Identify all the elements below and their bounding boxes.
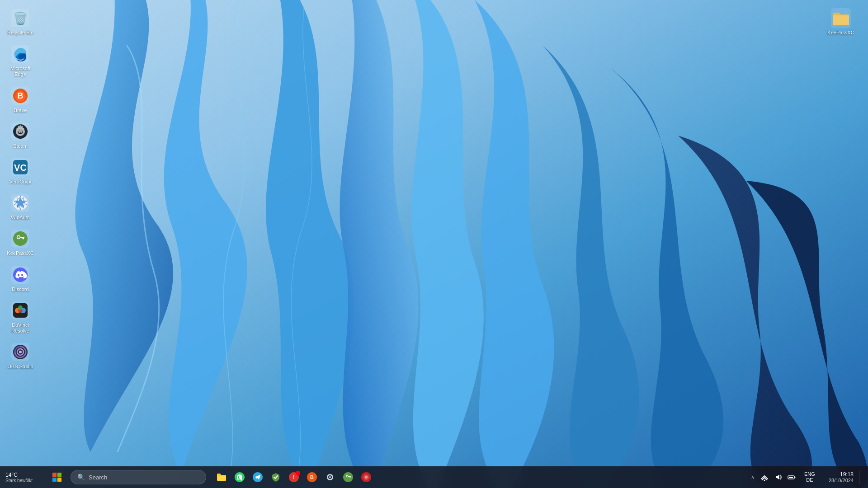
svg-text:B: B	[18, 91, 24, 100]
file-explorer-icon	[216, 472, 227, 483]
steam-taskbar-icon	[325, 472, 335, 483]
svg-point-54	[347, 476, 348, 477]
svg-rect-63	[789, 477, 793, 478]
svg-text:VC: VC	[14, 163, 27, 173]
red-app-icon	[361, 472, 372, 483]
desktop-icon-davinci[interactable]: DaVinci Resolve	[2, 297, 38, 338]
keepassxc-folder-icon	[831, 8, 851, 28]
svg-rect-56	[350, 477, 351, 478]
svg-point-20	[18, 236, 20, 239]
veracrypt-app-icon: VC	[10, 157, 30, 177]
obs-studio-icon	[10, 342, 30, 362]
desktop-icon-obs[interactable]: OBS Studio	[2, 338, 38, 373]
system-clock[interactable]: 19:18 28/10/2024	[825, 469, 857, 485]
weather-description: Stark bewölkt	[5, 478, 33, 483]
language-indicator[interactable]: ENG DE	[802, 470, 818, 484]
recycle-bin-label: Recycle Bin	[7, 30, 33, 36]
taskbar-steam[interactable]	[322, 469, 338, 485]
clock-time: 19:18	[840, 471, 854, 478]
taskbar-search-bar[interactable]: 🔍 Search	[71, 470, 206, 484]
davinci-label: DaVinci Resolve	[4, 322, 37, 334]
battery-icon	[788, 473, 796, 481]
taskbar: 14°C Stark bewölkt 🔍 Search	[0, 466, 868, 488]
steam-label: Steam	[13, 143, 28, 149]
svg-rect-23	[22, 238, 23, 239]
taskbar-whatsapp[interactable]	[231, 469, 248, 485]
shield-app-icon	[270, 472, 281, 483]
davinci-resolve-icon	[10, 300, 30, 320]
taskbar-app-shield[interactable]	[268, 469, 284, 485]
svg-rect-41	[57, 478, 61, 482]
show-desktop-button[interactable]	[859, 470, 863, 484]
volume-icon	[774, 473, 782, 481]
recycle-bin-icon: 🗑️	[10, 8, 30, 28]
svg-text:!: !	[293, 474, 295, 480]
whatsapp-icon	[234, 472, 245, 483]
keepassxc-app-icon	[10, 229, 30, 249]
taskbar-red-app[interactable]	[358, 469, 374, 485]
search-placeholder-text: Search	[89, 474, 107, 481]
clock-date: 28/10/2024	[829, 478, 854, 483]
desktop-icon-keepassxc[interactable]: KeePassXC	[2, 225, 38, 260]
svg-point-61	[764, 480, 765, 481]
taskbar-keepass[interactable]	[340, 469, 356, 485]
obs-label: OBS Studio	[7, 364, 33, 370]
taskbar-telegram[interactable]	[250, 469, 266, 485]
svg-rect-21	[20, 237, 24, 238]
edge-icon	[10, 44, 30, 64]
start-button[interactable]	[49, 469, 65, 485]
weather-temperature: 14°C	[5, 472, 18, 478]
taskbar-pinned-icons: ! B	[213, 469, 374, 485]
show-hidden-icons-button[interactable]: ∧	[749, 473, 756, 482]
taskbar-file-explorer[interactable]	[213, 469, 230, 485]
network-icon	[760, 473, 769, 481]
desktop-icon-column: 🗑️ Recycle Bin Microsoft Edge B	[0, 0, 41, 379]
keepassxc-folder-label: KeePassXC	[827, 30, 854, 36]
veracrypt-label: VeraCrypt	[9, 179, 32, 185]
svg-rect-57	[349, 477, 350, 478]
desktop-icon-edge[interactable]: Microsoft Edge	[2, 40, 38, 81]
desktop-icon-topright-keepassxc[interactable]: KeePassXC	[823, 5, 859, 39]
keepass-taskbar-icon	[343, 472, 354, 483]
desktop-icon-veracrypt[interactable]: VC VeraCrypt	[2, 154, 38, 188]
svg-text:🗑️: 🗑️	[13, 11, 28, 26]
svg-point-31	[18, 305, 23, 310]
steam-app-icon	[10, 122, 30, 141]
weather-widget[interactable]: 14°C Stark bewölkt	[5, 472, 42, 483]
wallpaper-bloom	[0, 0, 868, 488]
language-code: ENG	[804, 471, 815, 477]
desktop-icon-recycle-bin[interactable]: 🗑️ Recycle Bin	[2, 5, 38, 39]
desktop-icon-discord[interactable]: Discord	[2, 261, 38, 296]
desktop-icon-brave[interactable]: B Brave	[2, 82, 38, 117]
desktop-wallpaper	[0, 0, 868, 488]
winauth-app-icon	[10, 193, 30, 213]
search-icon: 🔍	[77, 474, 85, 481]
svg-rect-55	[348, 476, 351, 477]
svg-rect-40	[52, 478, 57, 482]
desktop-icon-steam[interactable]: Steam	[2, 118, 38, 153]
windows-logo-icon	[52, 473, 61, 482]
svg-rect-38	[52, 473, 57, 477]
keepassxc-label: KeePassXC	[7, 250, 33, 256]
discord-app-icon	[10, 265, 30, 285]
svg-rect-39	[57, 473, 61, 477]
telegram-icon	[252, 472, 263, 483]
svg-rect-22	[23, 238, 24, 239]
tray-battery-icon[interactable]	[785, 471, 798, 483]
desktop-icon-winauth[interactable]: WinAuth	[2, 189, 38, 224]
winauth-label: WinAuth	[11, 215, 30, 221]
keyboard-layout: DE	[806, 477, 813, 483]
brave-label: Brave	[14, 108, 27, 113]
tray-volume-icon[interactable]	[772, 471, 784, 483]
svg-point-51	[329, 476, 331, 478]
taskbar-brave-browser[interactable]: B	[304, 469, 320, 485]
taskbar-app-badge[interactable]: !	[286, 469, 302, 485]
tray-icon-group	[758, 471, 798, 483]
svg-point-60	[365, 476, 368, 479]
tray-network-icon[interactable]	[758, 471, 771, 483]
brave-icon: B	[10, 86, 30, 106]
system-tray: ∧	[749, 469, 863, 485]
discord-label: Discord	[12, 286, 28, 292]
svg-point-36	[19, 351, 22, 353]
edge-label: Microsoft Edge	[4, 66, 37, 77]
